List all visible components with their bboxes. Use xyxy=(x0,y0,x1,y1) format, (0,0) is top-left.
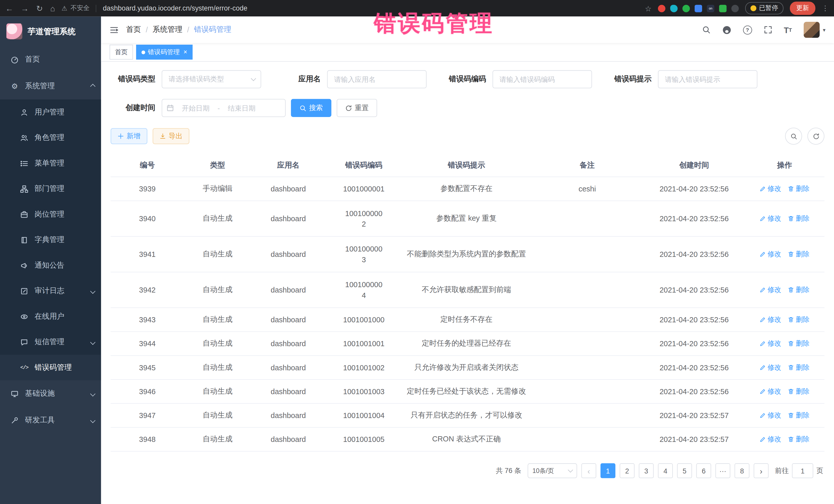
delete-link[interactable]: 删除 xyxy=(788,411,810,420)
edit-link[interactable]: 修改 xyxy=(760,435,782,444)
cell-type: 自动生成 xyxy=(184,249,251,259)
delete-link[interactable]: 删除 xyxy=(788,285,810,294)
tag-home[interactable]: 首页 xyxy=(110,45,133,60)
toggle-search-button[interactable] xyxy=(785,128,802,145)
sidebar-item-posts[interactable]: 岗位管理 xyxy=(0,202,101,227)
fullscreen-icon[interactable] xyxy=(764,25,772,34)
chevron-down-icon xyxy=(90,339,95,345)
page-button[interactable]: 8 xyxy=(734,463,749,478)
sidebar-item-dict[interactable]: 字典管理 xyxy=(0,227,101,253)
sidebar-item-departments[interactable]: 部门管理 xyxy=(0,176,101,201)
edit-link[interactable]: 修改 xyxy=(760,249,782,259)
error-msg-input[interactable] xyxy=(658,70,758,88)
profile-paused-badge[interactable]: 已暂停 xyxy=(745,2,784,14)
eye-icon xyxy=(20,312,28,321)
extension-icon[interactable] xyxy=(658,5,665,12)
edit-link[interactable]: 修改 xyxy=(760,184,782,194)
extension-icon[interactable] xyxy=(682,5,690,12)
extension-icon[interactable]: on xyxy=(707,5,715,12)
sidebar-item-error-code[interactable]: </> 错误码管理 xyxy=(0,355,101,380)
delete-link[interactable]: 删除 xyxy=(788,339,810,348)
delete-link[interactable]: 删除 xyxy=(788,387,810,396)
bookmark-star-icon[interactable]: ☆ xyxy=(645,4,652,13)
hamburger-icon[interactable] xyxy=(110,25,118,34)
end-date-input[interactable] xyxy=(222,104,261,112)
page-button[interactable]: 1 xyxy=(600,463,615,478)
sidebar-item-home[interactable]: 首页 xyxy=(0,46,101,73)
goto-page-input[interactable] xyxy=(792,463,813,478)
edit-link[interactable]: 修改 xyxy=(760,214,782,223)
search-button[interactable]: 搜索 xyxy=(291,99,332,117)
sidebar-item-users[interactable]: 用户管理 xyxy=(0,100,101,125)
page-button[interactable]: 4 xyxy=(658,463,673,478)
sidebar-item-infra[interactable]: 基础设施 xyxy=(0,380,101,407)
reload-button[interactable]: ↻ xyxy=(36,3,43,13)
sidebar-item-notice[interactable]: 通知公告 xyxy=(0,253,101,278)
sidebar-item-sms[interactable]: 短信管理 xyxy=(0,329,101,355)
page-button[interactable]: 6 xyxy=(696,463,711,478)
edit-label: 修改 xyxy=(768,387,782,396)
breadcrumb-system[interactable]: 系统管理 xyxy=(153,25,182,35)
export-button[interactable]: 导出 xyxy=(153,128,190,144)
start-date-input[interactable] xyxy=(176,104,215,112)
sidebar-item-audit-log[interactable]: 审计日志 xyxy=(0,278,101,304)
page-size-select[interactable]: 10条/页 xyxy=(528,463,577,478)
sidebar-item-roles[interactable]: 角色管理 xyxy=(0,125,101,150)
edit-link[interactable]: 修改 xyxy=(760,339,782,348)
address-bar[interactable]: dashboard.yudao.iocoder.cn/system/error-… xyxy=(103,4,638,12)
search-icon[interactable] xyxy=(702,25,710,34)
extension-icon[interactable] xyxy=(695,5,702,12)
pager-ellipsis[interactable]: ··· xyxy=(716,463,730,478)
add-button[interactable]: 新增 xyxy=(111,128,147,144)
delete-link[interactable]: 删除 xyxy=(788,184,810,194)
home-button[interactable]: ⌂ xyxy=(50,3,55,13)
edit-link[interactable]: 修改 xyxy=(760,411,782,420)
cell-app: dashboard xyxy=(251,184,325,193)
font-size-icon[interactable]: TT xyxy=(784,25,792,34)
sidebar-item-system[interactable]: ⚙ 系统管理 xyxy=(0,73,101,100)
edit-link[interactable]: 修改 xyxy=(760,285,782,294)
edit-icon xyxy=(760,316,766,323)
cell-type: 自动生成 xyxy=(184,285,251,294)
error-code-input[interactable] xyxy=(492,70,592,88)
megaphone-icon xyxy=(20,262,28,269)
browser-menu-icon[interactable]: ⋮ xyxy=(822,4,829,12)
next-page-button[interactable]: › xyxy=(754,463,769,478)
extension-icon[interactable] xyxy=(719,5,726,12)
user-menu[interactable]: ▾ xyxy=(804,22,826,38)
delete-link[interactable]: 删除 xyxy=(788,363,810,372)
prev-page-button[interactable]: ‹ xyxy=(581,463,596,478)
date-range-picker[interactable]: - xyxy=(162,99,286,117)
forward-button[interactable]: → xyxy=(21,3,29,13)
cell-msg: 定时任务已经处于该状态，无需修改 xyxy=(402,387,531,396)
sidebar-item-devtools[interactable]: 研发工具 xyxy=(0,407,101,434)
delete-link[interactable]: 删除 xyxy=(788,214,810,223)
extensions-puzzle-icon[interactable] xyxy=(731,5,739,12)
edit-label: 修改 xyxy=(768,315,782,324)
sidebar-item-online-users[interactable]: 在线用户 xyxy=(0,304,101,329)
extension-icon[interactable] xyxy=(670,5,678,12)
breadcrumb-home[interactable]: 首页 xyxy=(126,25,141,35)
page-button[interactable]: 3 xyxy=(639,463,654,478)
edit-link[interactable]: 修改 xyxy=(760,387,782,396)
delete-label: 删除 xyxy=(796,339,810,348)
tag-error-code[interactable]: 错误码管理 × xyxy=(136,45,193,60)
github-icon[interactable] xyxy=(722,25,731,34)
delete-link[interactable]: 删除 xyxy=(788,249,810,259)
close-icon[interactable]: × xyxy=(183,48,187,56)
app-name-input[interactable] xyxy=(327,70,427,88)
page-button[interactable]: 2 xyxy=(620,463,635,478)
refresh-table-button[interactable] xyxy=(807,128,824,145)
edit-link[interactable]: 修改 xyxy=(760,315,782,324)
security-indicator[interactable]: ⚠ 不安全 xyxy=(62,4,90,13)
page-button[interactable]: 5 xyxy=(677,463,692,478)
sidebar-item-menus[interactable]: 菜单管理 xyxy=(0,151,101,176)
edit-link[interactable]: 修改 xyxy=(760,363,782,372)
delete-link[interactable]: 删除 xyxy=(788,315,810,324)
reset-button[interactable]: 重置 xyxy=(337,99,377,117)
error-type-select[interactable]: 请选择错误码类型 xyxy=(162,70,261,88)
help-icon[interactable]: ? xyxy=(743,25,752,34)
back-button[interactable]: ← xyxy=(5,3,13,13)
delete-link[interactable]: 删除 xyxy=(788,435,810,444)
browser-update-button[interactable]: 更新 xyxy=(790,2,815,15)
